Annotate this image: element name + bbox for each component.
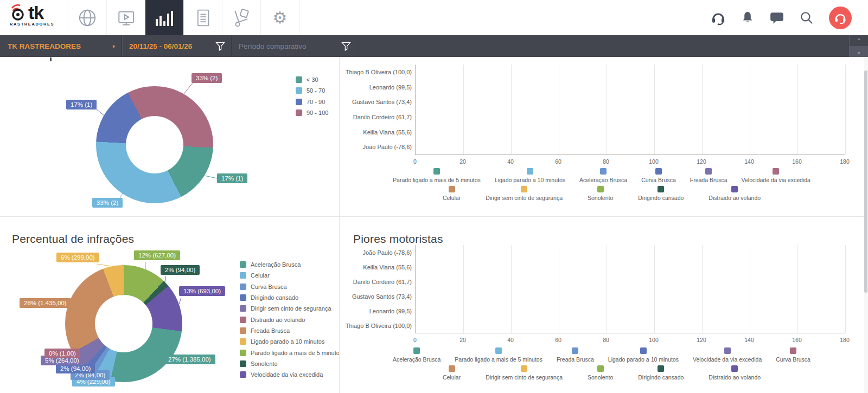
legend-item[interactable]: Velocidade da via excedida xyxy=(742,168,810,183)
page-scrollbar[interactable] xyxy=(864,57,868,393)
legend-item[interactable]: Parado ligado a mais de 5 minutos xyxy=(455,347,542,363)
legend-item[interactable]: Celular xyxy=(443,186,461,201)
legend-item[interactable]: Aceleração Brusca xyxy=(240,259,339,270)
legend-item[interactable]: Dirigir sem cinto de segurança xyxy=(240,303,339,314)
legend-item-label: Freada Brusca xyxy=(690,177,727,183)
support-avatar-button[interactable] xyxy=(829,7,852,29)
donut-callout-label: 13% (693,00) xyxy=(179,286,225,296)
legend-item[interactable]: Sonolento xyxy=(240,358,339,369)
legend-item[interactable]: 70 - 90 xyxy=(296,96,328,107)
legend-item[interactable]: Curva Brusca xyxy=(641,168,676,183)
legend-item[interactable]: Ligado parado a 10 minutos xyxy=(495,168,565,183)
legend-item-label: Parado ligado a mais de 5 minutos xyxy=(393,177,481,183)
nav-settings[interactable]: ⚙ xyxy=(260,0,299,35)
legend-item[interactable]: Dirigindo cansado xyxy=(638,186,684,201)
legend-item[interactable]: Distraido ao volando xyxy=(709,365,761,381)
top-navbar: tk RASTREADORES xyxy=(0,0,868,35)
legend-item[interactable]: Dirigindo cansado xyxy=(638,365,684,381)
messages-button[interactable] xyxy=(769,11,784,24)
legend-color-swatch xyxy=(240,294,246,301)
headset-support-button[interactable] xyxy=(711,11,726,25)
legend-item-label: Aceleração Brusca xyxy=(251,261,301,268)
date-range-filter[interactable]: 20/11/25 - 06/01/26 xyxy=(123,35,231,57)
legend-item[interactable]: 50 - 70 xyxy=(296,85,328,96)
bar-row xyxy=(416,289,845,304)
tk-rastreadores-logo[interactable]: tk RASTREADORES xyxy=(10,3,69,31)
logo-text: tk xyxy=(28,4,43,21)
logo-subtext: RASTREADORES xyxy=(10,22,69,27)
legend-item-label: 90 - 100 xyxy=(307,109,328,116)
company-dropdown[interactable]: TK RASTREADORES ▾ xyxy=(0,35,122,57)
legend-item[interactable]: Dirigindo cansado xyxy=(240,292,339,303)
search-icon xyxy=(800,11,814,25)
bar-category-label: Thiago B Oliveira (100,0) xyxy=(341,69,412,75)
legend-item[interactable]: Velocidade da via excedida xyxy=(240,369,339,380)
legend-item-label: Aceleração Brusca xyxy=(393,356,441,363)
legend-item-label: Celular xyxy=(443,374,461,381)
legend-item[interactable]: Sonolento xyxy=(588,186,613,201)
comparative-period-placeholder: Período comparativo xyxy=(239,42,307,50)
nav-logistics[interactable] xyxy=(222,0,260,35)
report-icon xyxy=(194,9,212,27)
legend-item-label: Freada Brusca xyxy=(557,356,594,363)
donut-callout-label: 17% (1) xyxy=(217,173,247,183)
legend-color-swatch xyxy=(600,168,607,175)
bar-row xyxy=(416,139,845,154)
legend-item[interactable]: Ligado parado a 10 minutos xyxy=(608,347,679,363)
legend-item[interactable]: Celular xyxy=(240,270,339,281)
avatar-headset-icon xyxy=(834,12,847,24)
legend-item-label: Sonolento xyxy=(588,374,613,381)
legend-color-swatch xyxy=(240,272,246,279)
legend-color-swatch xyxy=(655,168,662,175)
nav-dashboard-active[interactable] xyxy=(145,0,183,35)
legend-item[interactable]: Velocidade da via excedida xyxy=(693,347,762,363)
category-axis: João Paulo (-78,6)Keilla Viana (55,6)Dan… xyxy=(341,245,412,333)
legend-item[interactable]: Ligado parado a 10 minutos xyxy=(240,336,339,347)
dashboard-content: 33% (2)17% (1)33% (2)17% (1)< 3050 - 707… xyxy=(0,57,868,393)
legend-item[interactable]: Freada Brusca xyxy=(690,168,727,183)
legend-item-label: Curva Brusca xyxy=(776,356,810,363)
bar-category-label: João Paulo (-78,6) xyxy=(341,249,412,256)
bell-icon xyxy=(741,11,754,25)
legend-item[interactable]: Distraido ao volando xyxy=(240,314,339,325)
legend-item[interactable]: Aceleração Brusca xyxy=(579,168,627,183)
legend-item[interactable]: Parado ligado a mais de 5 minutos xyxy=(393,168,481,183)
legend-item[interactable]: Curva Brusca xyxy=(776,347,810,363)
legend-item-label: Velocidade da via excedida xyxy=(693,356,762,363)
value-axis: 020406080100120140160180 xyxy=(415,154,845,166)
legend-item[interactable]: Celular xyxy=(443,365,461,381)
collapse-up-button[interactable]: ⌃ xyxy=(850,35,868,46)
collapse-down-button[interactable]: ⌄ xyxy=(850,46,868,57)
legend-item[interactable]: Aceleração Brusca xyxy=(393,347,441,363)
category-axis: Thiago B Oliveira (100,0)Leonardo (99,5)… xyxy=(341,65,412,154)
legend-item[interactable]: 90 - 100 xyxy=(296,107,328,118)
legend-item-label: Dirigindo cansado xyxy=(638,374,684,381)
legend-color-swatch xyxy=(521,186,527,192)
panel-score-distribution: 33% (2)17% (1)33% (2)17% (1)< 3050 - 707… xyxy=(0,57,339,216)
axis-tick-label: 140 xyxy=(744,337,754,343)
legend-item[interactable]: < 30 xyxy=(296,74,328,85)
legend-color-swatch xyxy=(658,186,664,192)
legend-item[interactable]: Freada Brusca xyxy=(557,347,594,363)
legend-item[interactable]: Dirigir sem cinto de segurança xyxy=(486,186,563,201)
axis-tick-label: 40 xyxy=(507,158,514,165)
legend-item-label: Ligado parado a 10 minutos xyxy=(608,356,679,363)
bar-row xyxy=(416,109,845,125)
bar-row xyxy=(416,125,845,140)
legend-item[interactable]: Sonolento xyxy=(588,365,613,381)
legend-item[interactable]: Dirigir sem cinto de segurança xyxy=(486,365,563,381)
legend-item[interactable]: Curva Brusca xyxy=(240,281,339,292)
nav-globe[interactable] xyxy=(68,0,106,35)
nav-monitor-play[interactable] xyxy=(106,0,145,35)
bar-row xyxy=(416,304,845,318)
search-button[interactable] xyxy=(800,11,814,25)
chevron-down-icon: ▾ xyxy=(112,43,115,49)
legend-item[interactable]: Distraido ao volando xyxy=(709,186,761,201)
legend-item[interactable]: Parado ligado a mais de 5 minutos xyxy=(240,347,339,358)
legend-item[interactable]: Freada Brusca xyxy=(240,325,339,336)
nav-reports[interactable] xyxy=(183,0,222,35)
notifications-button[interactable] xyxy=(741,11,754,25)
legend-color-swatch xyxy=(731,365,738,372)
comparative-period-filter[interactable]: Período comparativo xyxy=(232,35,357,57)
scrollbar-thumb[interactable] xyxy=(864,70,867,293)
